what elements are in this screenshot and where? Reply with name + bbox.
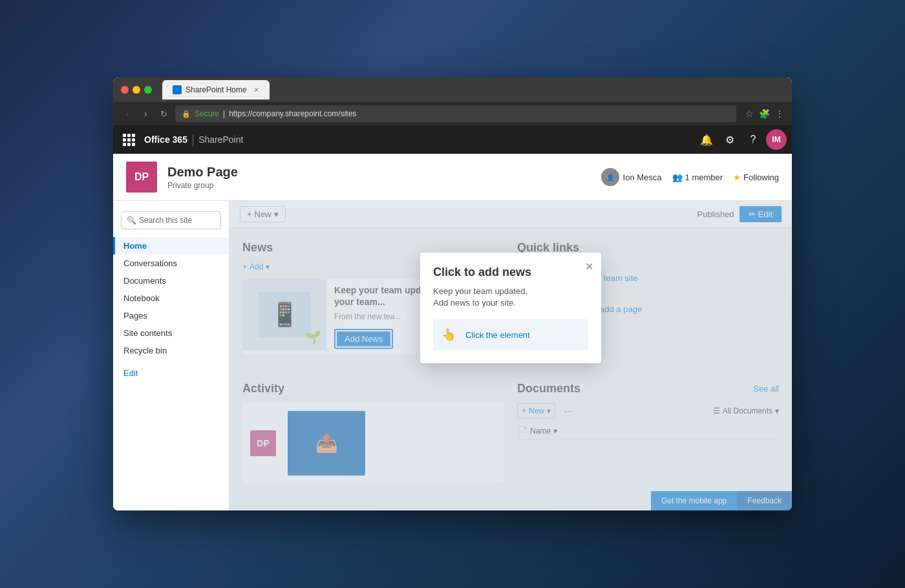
user-avatar[interactable]: IM [766, 129, 787, 150]
notification-icon[interactable]: 🔔 [696, 129, 717, 150]
modal-close-icon[interactable]: ✕ [585, 260, 593, 273]
site-header: DP Demo Page Private group 👤 Ion Mesca 👥… [113, 154, 792, 201]
sidebar-item-documents[interactable]: Documents [113, 272, 229, 289]
tab-bar: SharePoint Home ✕ [162, 80, 784, 100]
sidebar-item-conversations[interactable]: Conversations [113, 255, 229, 272]
url-bar[interactable]: 🔒 Secure | https://company.sharepoint.co… [175, 105, 736, 122]
site-logo: DP [126, 162, 157, 193]
waffle-dot [127, 138, 131, 142]
site-subtitle: Private group [167, 181, 601, 190]
office365-label[interactable]: Office 365 [144, 134, 187, 145]
address-bar: ‹ › ↻ 🔒 Secure | https://company.sharepo… [113, 102, 792, 125]
tab-title: SharePoint Home [186, 85, 247, 94]
main-content-area: 🔍 Search this site Home Conversations Do… [113, 201, 792, 510]
url-address: https://company.sharepoint.com/sites [229, 109, 356, 118]
site-title: Demo Page [167, 165, 601, 180]
nav-separator: | [191, 132, 195, 147]
member-count[interactable]: 👥 1 member [672, 173, 723, 182]
search-box[interactable]: 🔍 Search this site [121, 211, 221, 229]
inactive-tab[interactable] [272, 87, 288, 92]
menu-icon[interactable]: ⋮ [775, 109, 784, 119]
extension-icon[interactable]: 🧩 [759, 109, 770, 119]
active-tab[interactable]: SharePoint Home ✕ [162, 80, 270, 100]
browser-window: SharePoint Home ✕ ‹ › ↻ 🔒 Secure | https… [113, 78, 792, 510]
sidebar-item-pages[interactable]: Pages [113, 307, 229, 324]
tab-favicon [173, 85, 182, 94]
secure-label: Secure [195, 109, 219, 118]
url-text: | [223, 109, 225, 118]
sidebar-item-home[interactable]: Home [113, 237, 229, 255]
waffle-dot [123, 134, 126, 137]
star-icon: ★ [733, 173, 741, 182]
modal-overlay: Click to add news ✕ Keep your team updat… [229, 201, 792, 510]
sidebar-item-site-contents[interactable]: Site contents [113, 324, 229, 342]
modal-action-row[interactable]: 👆 Click the element [433, 319, 588, 350]
waffle-dot [127, 143, 131, 146]
waffle-dot [132, 143, 135, 146]
browser-chrome: SharePoint Home ✕ [113, 78, 792, 102]
modal-title: Click to add news [433, 266, 588, 279]
fullscreen-button[interactable] [144, 86, 152, 94]
modal-action-label[interactable]: Click the element [465, 330, 530, 340]
modal-description: Keep your team updated. Add news to your… [433, 286, 588, 309]
waffle-grid [123, 134, 135, 146]
settings-icon[interactable]: ⚙ [719, 129, 740, 150]
modal-dialog: Click to add news ✕ Keep your team updat… [420, 253, 601, 363]
search-icon: 🔍 [127, 216, 136, 225]
site-header-right: 👤 Ion Mesca 👥 1 member ★ Following [601, 168, 779, 186]
search-placeholder: Search this site [139, 216, 192, 225]
member-info: 👤 Ion Mesca [601, 168, 662, 186]
modal-desc-line2: Add news to your site. [433, 297, 588, 309]
top-navigation: Office 365 | SharePoint 🔔 ⚙ ? IM [113, 125, 792, 154]
following-button[interactable]: ★ Following [733, 173, 779, 182]
site-info: Demo Page Private group [167, 165, 601, 190]
left-navigation: 🔍 Search this site Home Conversations Do… [113, 201, 229, 510]
star-icon[interactable]: ☆ [745, 109, 754, 119]
click-action-icon: 👆 [438, 324, 459, 345]
member-avatar: 👤 [601, 168, 619, 186]
waffle-dot [127, 134, 131, 137]
sharepoint-app: Office 365 | SharePoint 🔔 ⚙ ? IM DP Demo… [113, 125, 792, 510]
traffic-lights [121, 86, 152, 94]
refresh-button[interactable]: ↻ [157, 109, 170, 119]
url-actions: ☆ 🧩 ⋮ [745, 109, 784, 119]
waffle-dot [123, 143, 126, 146]
waffle-icon[interactable] [118, 129, 139, 150]
lock-icon: 🔒 [182, 110, 191, 118]
following-label: Following [743, 173, 779, 182]
back-button[interactable]: ‹ [121, 109, 134, 119]
help-icon[interactable]: ? [743, 129, 763, 150]
page-content-area: + New ▾ Published ✏ Edit News [229, 201, 792, 510]
person-icon: 👥 [672, 173, 683, 182]
waffle-dot [132, 138, 135, 142]
modal-desc-line1: Keep your team updated. [433, 286, 588, 297]
nav-right-actions: 🔔 ⚙ ? IM [696, 129, 787, 150]
sidebar-item-notebook[interactable]: Notebook [113, 289, 229, 307]
minimize-button[interactable] [133, 86, 140, 94]
tab-close-icon[interactable]: ✕ [253, 86, 259, 94]
sharepoint-label[interactable]: SharePoint [198, 134, 243, 145]
forward-button[interactable]: › [139, 109, 152, 119]
member-name: Ion Mesca [623, 173, 662, 182]
waffle-dot [132, 134, 135, 137]
close-button[interactable] [121, 86, 129, 94]
waffle-dot [123, 138, 126, 142]
sidebar-item-recycle-bin[interactable]: Recycle bin [113, 342, 229, 359]
sidebar-item-edit[interactable]: Edit [113, 364, 229, 382]
